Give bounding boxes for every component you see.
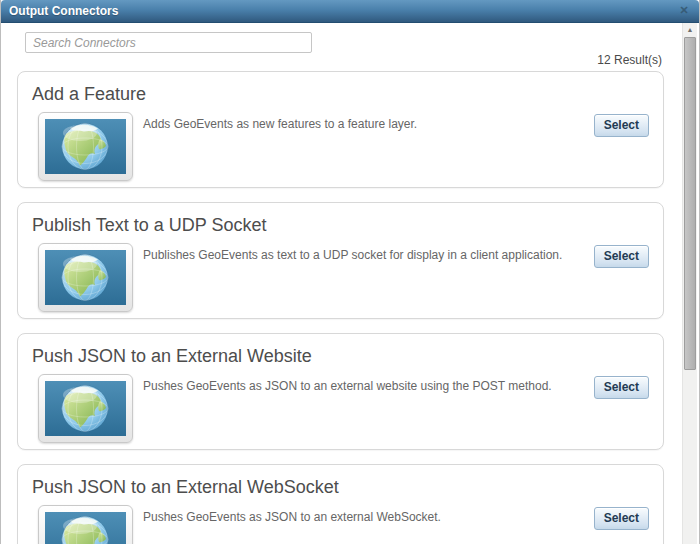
connector-description: Pushes GeoEvents as JSON to an external … bbox=[143, 509, 576, 525]
output-connectors-dialog: Output Connectors ✕ 12 Result(s) Add a F… bbox=[0, 0, 700, 544]
connector-title: Publish Text to a UDP Socket bbox=[18, 203, 663, 236]
connector-list: Add a Feature bbox=[17, 71, 664, 544]
connector-thumbnail bbox=[38, 374, 133, 443]
connector-thumbnail bbox=[38, 505, 133, 544]
connector-description: Adds GeoEvents as new features to a feat… bbox=[143, 116, 576, 132]
results-count: 12 Result(s) bbox=[597, 53, 662, 67]
globe-icon bbox=[45, 250, 126, 305]
connector-card: Publish Text to a UDP Socket bbox=[17, 202, 664, 319]
scrollbar-thumb[interactable] bbox=[684, 37, 696, 370]
select-button[interactable]: Select bbox=[594, 507, 649, 530]
connector-description: Publishes GeoEvents as text to a UDP soc… bbox=[143, 247, 576, 263]
connector-description: Pushes GeoEvents as JSON to an external … bbox=[143, 378, 576, 394]
search-input[interactable] bbox=[25, 32, 312, 53]
select-button[interactable]: Select bbox=[594, 376, 649, 399]
close-icon[interactable]: ✕ bbox=[677, 3, 691, 17]
connector-card: Push JSON to an External Website bbox=[17, 333, 664, 450]
connector-title: Push JSON to an External Website bbox=[18, 334, 663, 367]
connector-title: Add a Feature bbox=[18, 72, 663, 105]
connector-card: Add a Feature bbox=[17, 71, 664, 188]
dialog-title: Output Connectors bbox=[9, 4, 118, 18]
globe-icon bbox=[45, 119, 126, 174]
scroll-up-icon[interactable]: ▲ bbox=[683, 23, 697, 37]
connector-thumbnail bbox=[38, 112, 133, 181]
select-button[interactable]: Select bbox=[594, 245, 649, 268]
select-button[interactable]: Select bbox=[594, 114, 649, 137]
globe-icon bbox=[45, 381, 126, 436]
globe-icon bbox=[45, 512, 126, 544]
connector-card: Push JSON to an External WebSocket bbox=[17, 464, 664, 544]
scrollbar[interactable]: ▲ bbox=[682, 23, 697, 544]
connector-thumbnail bbox=[38, 243, 133, 312]
dialog-titlebar: Output Connectors ✕ bbox=[1, 0, 699, 23]
connector-title: Push JSON to an External WebSocket bbox=[18, 465, 663, 498]
